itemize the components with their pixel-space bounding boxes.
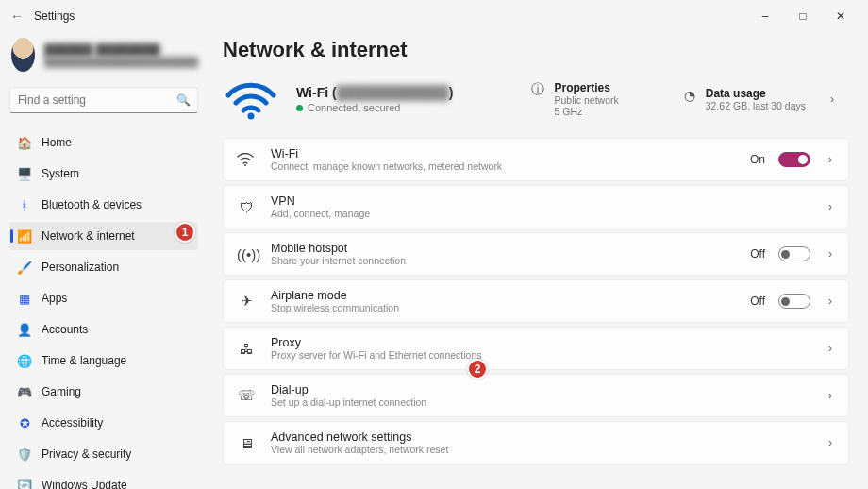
nav-label: Network & internet	[42, 229, 135, 243]
card-title: Dial-up	[271, 383, 426, 396]
titlebar: ← Settings – □ ✕	[0, 0, 868, 32]
nav-label: Home	[42, 136, 72, 149]
network-hero: Wi-Fi (████████████) Connected, secured …	[223, 74, 849, 132]
account-header[interactable]: ██████ ████████ ███████████████████████	[9, 36, 198, 74]
nav-label: System	[42, 167, 79, 180]
chevron-right-icon[interactable]: ›	[823, 93, 842, 106]
home-icon: 🏠	[17, 136, 32, 150]
chevron-right-icon: ›	[824, 295, 837, 308]
nav-update[interactable]: 🔄Windows Update	[9, 471, 198, 489]
main-content: Network & internet Wi-Fi (████████████) …	[208, 32, 868, 489]
connection-status: Connected, secured	[308, 102, 400, 113]
minimize-button[interactable]: –	[755, 9, 776, 23]
update-icon: 🔄	[17, 479, 32, 490]
data-usage-tile[interactable]: ◔ Data usage 32.62 GB, last 30 days	[681, 87, 806, 111]
nav-label: Accounts	[42, 323, 88, 336]
close-button[interactable]: ✕	[830, 9, 851, 23]
card-wifi[interactable]: Wi-FiConnect, manage known networks, met…	[223, 138, 849, 181]
clock-icon: 🌐	[17, 354, 32, 368]
card-vpn[interactable]: 🛡︎ VPNAdd, connect, manage ›	[223, 185, 849, 228]
card-sub: Connect, manage known networks, metered …	[271, 160, 502, 172]
nav-label: Apps	[42, 292, 67, 305]
nav-accounts[interactable]: 👤Accounts	[9, 315, 198, 344]
wifi-icon: 📶	[17, 229, 32, 244]
person-icon: 👤	[17, 323, 32, 337]
properties-sub2: 5 GHz	[554, 106, 618, 117]
card-hotspot[interactable]: ((•)) Mobile hotspotShare your internet …	[223, 232, 849, 276]
connected-dot-icon	[296, 105, 303, 111]
search-icon[interactable]: 🔍	[176, 93, 190, 107]
card-title: Wi-Fi	[271, 147, 502, 160]
bluetooth-icon: ᚼ	[17, 198, 32, 212]
chevron-right-icon: ›	[824, 342, 837, 355]
card-airplane[interactable]: ✈︎ Airplane modeStop wireless communicat…	[223, 279, 849, 323]
hotspot-toggle[interactable]	[778, 246, 810, 261]
brush-icon: 🖌️	[17, 261, 32, 275]
hotspot-icon: ((•))	[237, 246, 256, 262]
chevron-right-icon: ›	[824, 200, 837, 213]
nav-bluetooth[interactable]: ᚼBluetooth & devices	[9, 191, 198, 219]
avatar	[11, 38, 35, 72]
nav-time[interactable]: 🌐Time & language	[9, 346, 198, 375]
nav-accessibility[interactable]: ✪Accessibility	[9, 409, 198, 437]
card-sub: View all network adapters, network reset	[271, 444, 448, 455]
usage-icon: ◔	[681, 87, 698, 104]
wifi-big-icon	[223, 76, 279, 123]
usage-sub: 32.62 GB, last 30 days	[706, 100, 806, 111]
wifi-icon	[237, 153, 256, 166]
nav-system[interactable]: 🖥️System	[9, 160, 198, 188]
nav-list: 🏠Home 🖥️System ᚼBluetooth & devices 📶Net…	[9, 128, 198, 489]
nav-label: Privacy & security	[42, 447, 131, 461]
card-advanced[interactable]: 🖥︎ Advanced network settingsView all net…	[223, 421, 849, 464]
nav-label: Windows Update	[42, 479, 127, 489]
chevron-right-icon: ›	[824, 153, 837, 166]
nav-personalization[interactable]: 🖌️Personalization	[9, 253, 198, 281]
nav-label: Accessibility	[42, 416, 103, 430]
nav-gaming[interactable]: 🎮Gaming	[9, 378, 198, 406]
proxy-icon: 🖧	[237, 341, 256, 357]
search-box[interactable]: 🔍	[9, 87, 198, 113]
card-title: Mobile hotspot	[271, 242, 406, 255]
accessibility-icon: ✪	[17, 416, 32, 430]
card-sub: Set up a dial-up internet connection	[271, 396, 426, 408]
window-controls: – □ ✕	[755, 9, 864, 23]
pc-icon: 🖥︎	[237, 435, 256, 451]
card-sub: Stop wireless communication	[271, 302, 399, 313]
properties-tile[interactable]: ⓘ Properties Public network 5 GHz	[529, 81, 618, 117]
airplane-state: Off	[750, 295, 765, 308]
dialup-icon: ☏	[237, 387, 256, 404]
window-title: Settings	[34, 9, 75, 23]
wifi-toggle[interactable]	[778, 152, 810, 167]
nav-home[interactable]: 🏠Home	[9, 128, 198, 157]
nav-label: Time & language	[42, 354, 126, 367]
nav-label: Bluetooth & devices	[42, 198, 142, 211]
chevron-right-icon: ›	[824, 436, 837, 449]
annotation-marker-2: 2	[467, 359, 488, 379]
card-title: Airplane mode	[271, 289, 399, 302]
card-proxy[interactable]: 🖧 ProxyProxy server for Wi-Fi and Ethern…	[223, 327, 849, 370]
card-title: Advanced network settings	[271, 430, 448, 444]
nav-apps[interactable]: ▦Apps	[9, 284, 198, 312]
card-sub: Proxy server for Wi-Fi and Ethernet conn…	[271, 349, 482, 361]
properties-title: Properties	[554, 81, 618, 94]
account-email: ███████████████████████	[44, 57, 198, 67]
card-sub: Share your internet connection	[271, 255, 406, 266]
nav-privacy[interactable]: 🛡️Privacy & security	[9, 440, 198, 468]
system-icon: 🖥️	[17, 167, 32, 181]
wifi-state: On	[750, 153, 765, 166]
properties-sub1: Public network	[554, 94, 618, 106]
svg-point-1	[244, 164, 246, 166]
nav-label: Gaming	[42, 385, 81, 398]
svg-point-0	[248, 113, 255, 120]
search-input[interactable]	[18, 93, 176, 107]
maximize-button[interactable]: □	[793, 9, 813, 23]
shield-icon: 🛡️	[17, 447, 32, 462]
hotspot-state: Off	[750, 247, 765, 261]
usage-title: Data usage	[706, 87, 806, 100]
gamepad-icon: 🎮	[17, 385, 32, 399]
airplane-toggle[interactable]	[778, 294, 810, 309]
airplane-icon: ✈︎	[237, 293, 256, 310]
card-dialup[interactable]: ☏ Dial-upSet up a dial-up internet conne…	[223, 374, 849, 417]
back-button[interactable]: ←	[4, 8, 30, 24]
nav-network[interactable]: 📶Network & internet	[9, 222, 198, 250]
